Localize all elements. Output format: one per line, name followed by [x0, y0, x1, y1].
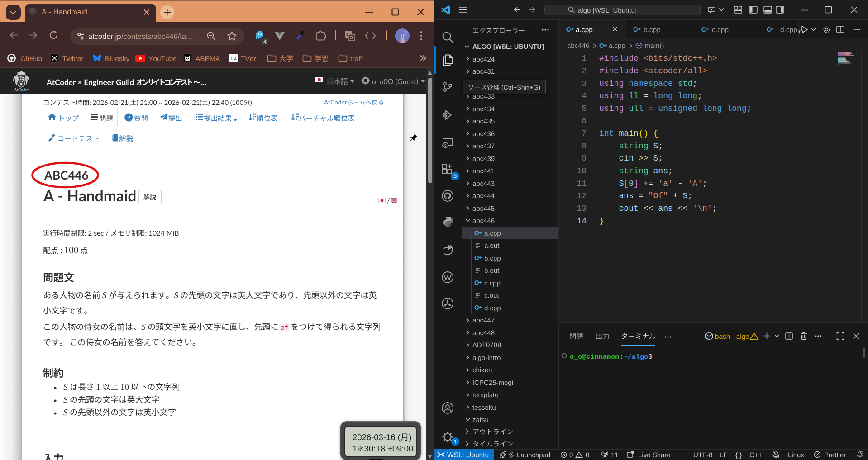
svg-text:AtCoder: AtCoder: [14, 88, 29, 92]
svg-text:?: ?: [128, 114, 131, 121]
svg-text:er: er: [235, 58, 237, 61]
svg-text:S: S: [706, 337, 708, 339]
svg-text:AtC: AtC: [31, 13, 34, 15]
